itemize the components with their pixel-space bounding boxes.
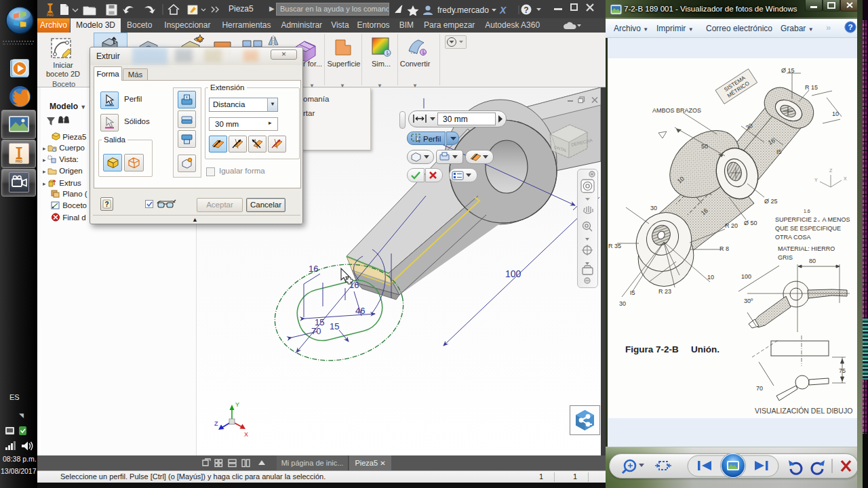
svg-text:?: ?	[524, 5, 528, 15]
svg-text:R 35: R 35	[608, 243, 621, 249]
svg-text:16: 16	[309, 264, 318, 274]
svg-text:Ø 15: Ø 15	[781, 67, 795, 74]
svg-text:X: X	[244, 431, 248, 438]
svg-text:10: 10	[832, 110, 839, 117]
svg-text:Y: Y	[814, 178, 818, 182]
svg-text:fredy.mercado: fredy.mercado	[437, 5, 489, 15]
svg-text:Ø 25: Ø 25	[764, 198, 778, 205]
svg-text:I5: I5	[776, 148, 782, 155]
svg-text:30: 30	[619, 300, 626, 307]
svg-text:70: 70	[311, 326, 321, 336]
svg-text:10: 10	[707, 274, 714, 281]
svg-text:SUPERFICIE 2⌄ A MENOS: SUPERFICIE 2⌄ A MENOS	[775, 216, 850, 223]
svg-text:?: ?	[848, 22, 852, 31]
svg-text:I5: I5	[630, 289, 635, 296]
svg-text:VISUALIZACIÓN DEL DIBUJO: VISUALIZACIÓN DEL DIBUJO	[755, 407, 852, 415]
svg-text:46: 46	[355, 306, 365, 316]
svg-text:Y: Y	[235, 401, 239, 408]
svg-text:Figura 7-2-B: Figura 7-2-B	[625, 344, 679, 354]
svg-text:50: 50	[701, 143, 708, 150]
svg-text:R 8: R 8	[719, 245, 729, 252]
svg-text:Z: Z	[214, 420, 218, 427]
svg-text:PRO: PRO	[16, 160, 22, 163]
svg-text:X: X	[844, 176, 847, 181]
svg-text:Ø 50: Ø 50	[744, 220, 757, 226]
svg-text:GRIS: GRIS	[778, 254, 793, 261]
svg-text:AMBOS BRAZOS: AMBOS BRAZOS	[652, 107, 701, 114]
svg-text:PRO: PRO	[47, 14, 54, 17]
svg-text:100: 100	[741, 273, 751, 280]
svg-text:30: 30	[650, 205, 657, 211]
svg-text:80: 80	[809, 258, 816, 264]
svg-text:70: 70	[756, 385, 763, 392]
svg-text:MATERIAL: HIERRO: MATERIAL: HIERRO	[778, 245, 835, 252]
svg-text:Perfil: Perfil	[423, 135, 441, 143]
svg-text:?: ?	[104, 201, 108, 208]
svg-text:75: 75	[839, 367, 846, 374]
svg-text:R 20: R 20	[725, 222, 738, 229]
svg-text:R 15: R 15	[805, 84, 818, 91]
svg-text:R 23: R 23	[658, 288, 671, 295]
svg-text:100: 100	[505, 268, 521, 279]
svg-text:X: X	[499, 5, 507, 16]
svg-text:OTRA COSA: OTRA COSA	[775, 234, 811, 241]
svg-text:30º: 30º	[744, 298, 753, 304]
svg-text:QUE SE ESPECIFIQUE: QUE SE ESPECIFIQUE	[775, 225, 841, 232]
svg-text:1.6: 1.6	[804, 209, 810, 214]
svg-text:Z: Z	[829, 168, 833, 173]
svg-text:Unión.: Unión.	[691, 344, 719, 354]
svg-text:15: 15	[330, 321, 339, 331]
